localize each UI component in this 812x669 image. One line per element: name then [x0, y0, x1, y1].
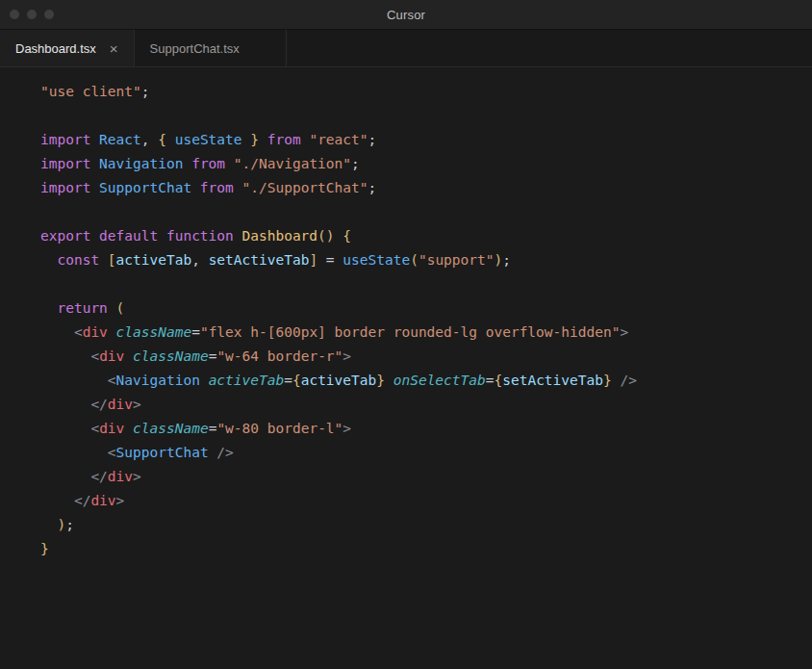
code-line[interactable]: import React, { useState } from "react"; — [40, 128, 812, 152]
code-token: from — [191, 180, 241, 195]
code-line[interactable]: <SupportChat /> — [40, 441, 812, 465]
code-token: className — [133, 348, 209, 364]
code-token: </ — [74, 493, 90, 508]
code-token — [108, 324, 116, 340]
code-token: = — [191, 324, 200, 340]
code-token: } — [603, 373, 612, 388]
code-token: ) — [495, 252, 503, 268]
code-token: ; — [65, 517, 74, 532]
code-line[interactable]: return ( — [40, 296, 812, 321]
code-token: } — [40, 541, 49, 556]
code-token — [40, 300, 57, 316]
code-token: > — [116, 493, 125, 508]
code-token — [335, 228, 343, 244]
code-token: Navigation — [116, 373, 200, 388]
code-token: div — [83, 324, 108, 340]
code-token: { — [292, 373, 301, 388]
code-token — [40, 348, 90, 364]
code-token: /> — [209, 445, 234, 460]
code-token: () — [317, 228, 334, 244]
code-token — [40, 397, 90, 412]
code-token: "w-80 border-l" — [216, 421, 343, 436]
close-window-button[interactable] — [10, 10, 19, 19]
code-token: ; — [368, 132, 377, 147]
code-line[interactable]: ); — [40, 513, 812, 537]
code-token: </ — [90, 397, 107, 412]
code-editor[interactable]: "use client"; import React, { useState }… — [0, 67, 812, 669]
code-token: "./SupportChat" — [242, 180, 368, 195]
code-token — [40, 469, 90, 484]
code-token: { — [343, 228, 351, 244]
code-line[interactable] — [40, 200, 812, 224]
window-title: Cursor — [387, 8, 425, 22]
code-token — [40, 445, 108, 460]
code-token: Dashboard — [242, 228, 318, 244]
code-token — [124, 421, 133, 436]
code-token: "use client" — [40, 84, 141, 99]
code-line[interactable]: </div> — [40, 465, 812, 489]
code-token: > — [343, 421, 351, 436]
tab-bar: Dashboard.tsx × SupportChat.tsx — [0, 30, 812, 67]
code-token: "support" — [419, 252, 495, 268]
code-token: ] — [309, 252, 317, 268]
code-token: = — [317, 252, 343, 268]
code-token: SupportChat — [99, 180, 191, 195]
code-token: export default function — [40, 228, 242, 244]
code-token: > — [343, 348, 351, 364]
code-token: from — [183, 156, 233, 171]
code-token: < — [90, 348, 99, 364]
code-token: className — [116, 324, 192, 340]
close-tab-icon[interactable]: × — [110, 41, 118, 56]
code-token: useState — [343, 252, 410, 268]
code-token: > — [620, 324, 628, 340]
minimize-window-button[interactable] — [27, 10, 37, 19]
code-token: < — [90, 421, 99, 436]
code-token: div — [90, 493, 115, 508]
code-token: } — [242, 132, 259, 147]
code-token — [40, 324, 74, 340]
code-token: </ — [90, 469, 107, 484]
code-token: , — [141, 132, 158, 147]
code-token: [ — [108, 252, 116, 268]
code-line[interactable]: import SupportChat from "./SupportChat"; — [40, 176, 812, 200]
code-line[interactable]: <div className="flex h-[600px] border ro… — [40, 321, 812, 345]
code-token — [40, 373, 108, 388]
code-token: /> — [612, 373, 637, 388]
code-token: from — [259, 132, 309, 147]
code-line[interactable]: <div className="w-80 border-l"> — [40, 417, 812, 441]
code-token: ; — [351, 156, 360, 171]
code-token: setActiveTab — [209, 252, 310, 268]
code-token — [40, 252, 57, 268]
code-token: ( — [116, 300, 125, 316]
code-line[interactable]: export default function Dashboard() { — [40, 224, 812, 248]
code-token: { — [494, 373, 502, 388]
code-line[interactable]: </div> — [40, 489, 812, 513]
tab-supportchat[interactable]: SupportChat.tsx — [135, 30, 287, 66]
code-line[interactable]: const [activeTab, setActiveTab] = useSta… — [40, 248, 812, 272]
code-line[interactable]: "use client"; — [40, 80, 812, 104]
code-token: className — [133, 421, 209, 436]
code-line[interactable] — [40, 272, 812, 296]
code-token: div — [108, 469, 133, 484]
code-token: const — [57, 252, 107, 268]
code-token: activeTab — [116, 252, 192, 268]
code-token: "flex h-[600px] border rounded-lg overfl… — [200, 324, 621, 340]
code-line[interactable]: </div> — [40, 393, 812, 417]
code-token: return — [57, 300, 115, 316]
tab-dashboard[interactable]: Dashboard.tsx × — [0, 30, 135, 66]
maximize-window-button[interactable] — [44, 10, 54, 19]
code-line[interactable]: } — [40, 537, 812, 561]
code-line[interactable]: <Navigation activeTab={activeTab} onSele… — [40, 369, 812, 393]
code-line[interactable]: <div className="w-64 border-r"> — [40, 345, 812, 369]
code-token: ) — [57, 517, 65, 532]
code-token — [385, 373, 393, 388]
code-token: { — [158, 132, 174, 147]
code-token: < — [74, 324, 83, 340]
code-line[interactable] — [40, 104, 812, 128]
code-token — [40, 493, 74, 508]
code-token — [124, 348, 133, 364]
code-token: onSelectTab — [393, 373, 486, 388]
code-line[interactable]: import Navigation from "./Navigation"; — [40, 152, 812, 176]
code-token: "react" — [309, 132, 368, 147]
code-token: < — [108, 373, 116, 388]
